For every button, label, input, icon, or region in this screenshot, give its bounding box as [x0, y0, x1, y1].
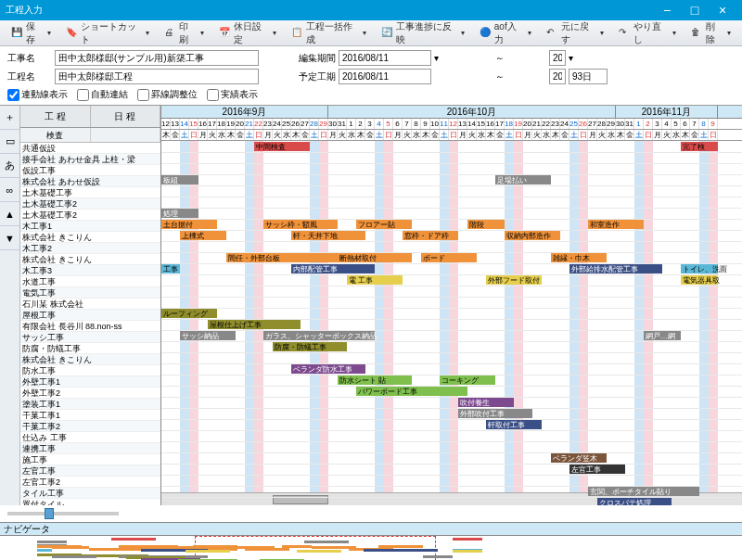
aof-button[interactable]: 🔵aof入力▾: [474, 18, 537, 49]
task-row[interactable]: 外壁工事2: [20, 388, 160, 399]
edit-from-picker-icon[interactable]: ▾: [434, 53, 451, 63]
task-row[interactable]: 防腐・防蟻工事: [20, 343, 160, 354]
task-row[interactable]: 共通仮設: [20, 143, 160, 154]
check-自動連結[interactable]: 自動連結: [77, 88, 128, 101]
gantt-bar[interactable]: 間任・外部台板: [226, 253, 338, 262]
gantt-bar[interactable]: 工事: [161, 264, 180, 274]
gantt-bar[interactable]: 中間検査: [254, 142, 310, 151]
delete-button[interactable]: 🗑削除▾: [685, 18, 736, 49]
task-row[interactable]: 電気工事: [20, 287, 160, 299]
gantt-bar[interactable]: 外部吹付工事: [458, 409, 532, 418]
task-row[interactable]: 水道工事: [20, 276, 160, 287]
gantt-bar[interactable]: 内部配管工事: [291, 264, 375, 274]
gantt-bar[interactable]: 板組: [161, 175, 198, 185]
gantt-bar[interactable]: 土台据付: [161, 220, 217, 229]
gantt-bar[interactable]: 軒取付工事: [486, 420, 542, 429]
gantt-bar[interactable]: 雑縁・巾木: [551, 253, 607, 262]
gantt-bar[interactable]: ボード: [421, 253, 477, 262]
process-name-input[interactable]: [55, 69, 259, 84]
task-row[interactable]: 株式会社 きこりん: [20, 354, 160, 365]
gantt-bar[interactable]: 上棟式: [180, 231, 226, 240]
gantt-bar[interactable]: 階段: [467, 220, 505, 229]
task-row[interactable]: 干菓工事2: [20, 421, 160, 432]
edit-to-input[interactable]: [549, 50, 566, 66]
gantt-bar[interactable]: 断熱材取付: [338, 253, 412, 262]
check-実績表示[interactable]: 実績表示: [207, 88, 258, 101]
gantt-bar[interactable]: 外部給排水配管工事: [569, 264, 662, 274]
add-process-tool[interactable]: ＋: [0, 106, 19, 130]
gantt-bar[interactable]: パワーボード工事: [356, 387, 467, 396]
task-row[interactable]: 置付タイル: [20, 499, 160, 505]
gantt-bar[interactable]: クロスパテ処理: [597, 498, 672, 505]
gantt-bar[interactable]: 外部フード取付: [486, 275, 542, 285]
zoom-slider[interactable]: [7, 512, 119, 515]
gantt-bar[interactable]: 屋根仕上げ工事: [208, 320, 301, 329]
gantt-bar[interactable]: 足場払い: [495, 175, 551, 185]
check-連動線表示[interactable]: 連動線表示: [7, 88, 68, 101]
gantt-bar[interactable]: 収納内部造作: [505, 231, 560, 240]
save-button[interactable]: 💾保存▾: [6, 18, 57, 49]
task-row[interactable]: 左官工事2: [20, 477, 160, 488]
task-row[interactable]: サッシ工事: [20, 332, 160, 343]
gantt-bar[interactable]: 軒・天井下地: [291, 231, 365, 240]
calendar-button[interactable]: 📅休日設定▾: [213, 18, 282, 49]
plan-to-input[interactable]: [549, 69, 566, 84]
gantt-bar[interactable]: 電 工事: [347, 275, 403, 285]
task-row[interactable]: 石川某 株式会社: [20, 299, 160, 310]
gantt-bar[interactable]: 和室造作: [588, 220, 644, 229]
task-row[interactable]: 接手会社 あわせ金具 上柱・梁: [20, 154, 160, 165]
edit-from-input[interactable]: [339, 50, 431, 66]
redo-button[interactable]: ↷やり直し▾: [613, 18, 682, 49]
gantt-bar[interactable]: 完了検: [681, 142, 718, 151]
plan-from-input[interactable]: [339, 69, 431, 84]
gantt-bar[interactable]: 玄関、ポーチタイル貼り: [588, 487, 699, 496]
task-row[interactable]: 木工事1: [20, 221, 160, 232]
gantt-bar[interactable]: コーキング: [440, 375, 495, 385]
task-row[interactable]: 仮設工事: [20, 165, 160, 176]
gantt-bar[interactable]: 電気器具取: [681, 275, 718, 285]
check-罫線調整位[interactable]: 罫線調整位: [137, 88, 198, 101]
undo-button[interactable]: ↶元に戻す▾: [541, 18, 609, 49]
batch-button[interactable]: 📋工程一括作成▾: [286, 18, 372, 49]
gantt-bar[interactable]: トイレ、洗面: [681, 264, 718, 274]
print-button[interactable]: 🖨印刷▾: [159, 18, 210, 49]
gantt-bar[interactable]: 左官工事: [569, 465, 625, 474]
edit-to-picker-icon[interactable]: ▾: [569, 53, 608, 63]
task-row[interactable]: 有限会社 長谷川 88.non-ss: [20, 321, 160, 332]
task-row[interactable]: 施工事: [20, 454, 160, 465]
gantt-bar[interactable]: フロアー貼: [356, 220, 412, 229]
gantt-bar[interactable]: 防水シート 貼: [338, 375, 412, 385]
maximize-button[interactable]: □: [681, 3, 709, 18]
gantt-bar[interactable]: ベランダ防水工事: [291, 364, 365, 374]
task-row[interactable]: 株式会社 あわせ仮設: [20, 176, 160, 187]
task-row[interactable]: 連携工事: [20, 443, 160, 454]
link-tool[interactable]: ∞: [0, 178, 19, 202]
task-row[interactable]: タイル工事: [20, 488, 160, 499]
gantt-bar[interactable]: サッシ枠・額風: [263, 220, 338, 229]
close-button[interactable]: ×: [709, 3, 736, 18]
gantt-bar[interactable]: ルーフィング: [161, 309, 217, 318]
gantt-bar[interactable]: 吹付養生: [458, 398, 514, 407]
task-row[interactable]: 塗装工事1: [20, 399, 160, 410]
select-tool[interactable]: ▭: [0, 130, 19, 154]
task-row[interactable]: 土木基礎工事: [20, 187, 160, 198]
shortcut-button[interactable]: 🔖ショートカット▾: [60, 18, 155, 49]
gantt-bar[interactable]: 処理: [161, 209, 198, 218]
task-row[interactable]: 干菓工事1: [20, 410, 160, 421]
task-row[interactable]: 仕込み 工事: [20, 432, 160, 443]
task-row[interactable]: 株式会社 きこりん: [20, 232, 160, 243]
gantt-bar[interactable]: ベランダ笠木: [551, 453, 607, 463]
move-down-tool[interactable]: ▼: [0, 226, 19, 250]
task-row[interactable]: 木工事3: [20, 265, 160, 276]
gantt-bar[interactable]: 防腐・防蟻工事: [273, 342, 347, 351]
work-name-input[interactable]: [55, 50, 259, 66]
gantt-bar[interactable]: サッシ納品: [180, 331, 236, 340]
task-row[interactable]: 防水工事: [20, 365, 160, 376]
task-row[interactable]: 左官工事: [20, 465, 160, 477]
convert-button[interactable]: 🔄工事進捗に反映▾: [376, 18, 470, 49]
task-row[interactable]: 木工事2: [20, 243, 160, 254]
minimize-button[interactable]: −: [653, 3, 681, 18]
task-row[interactable]: 土木基礎工事2: [20, 198, 160, 210]
gantt-bar[interactable]: 窓枠・ドア枠: [403, 231, 458, 240]
move-up-tool[interactable]: ▲: [0, 202, 19, 226]
